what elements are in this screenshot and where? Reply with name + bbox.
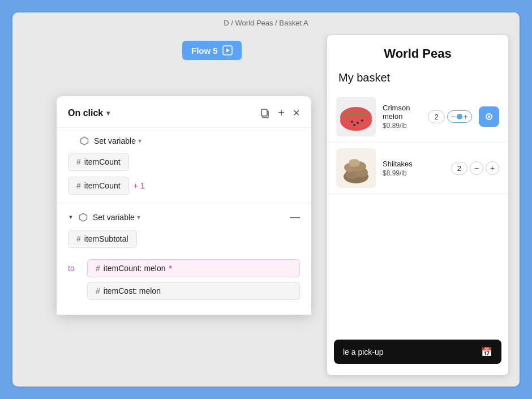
- section-1-title[interactable]: Set variable ▾: [94, 136, 141, 145]
- plus-btn-shiitake[interactable]: +: [486, 161, 499, 175]
- asterisk-1: *: [169, 264, 172, 273]
- minus-stepper-melon[interactable]: −: [451, 112, 456, 121]
- itemcount-chip-2[interactable]: # itemCount: [68, 177, 129, 195]
- hash-icon-1: #: [76, 157, 81, 166]
- product-row-watermelon: Crimson melon $0.89/lb 2 − +: [327, 91, 508, 143]
- content-card: World Peas My basket Cr: [327, 35, 508, 375]
- copy-button[interactable]: [260, 108, 270, 118]
- schedule-bar[interactable]: le a pick-up 📅: [334, 340, 501, 364]
- product-name-melon: Crimson melon: [383, 104, 421, 121]
- itemsubtotal-chip[interactable]: # itemSubtotal: [68, 230, 137, 248]
- svg-point-7: [361, 119, 363, 122]
- product-price-shiitake: $8.99/lb: [383, 169, 444, 177]
- blue-connector-box: [479, 106, 499, 127]
- section-2-title[interactable]: Set variable ▾: [93, 213, 140, 222]
- header-actions: + ✕: [260, 106, 300, 119]
- to-item-1: itemCount: melon: [104, 264, 166, 273]
- add-icon: +: [278, 106, 285, 119]
- product-name-shiitake: Shiitakes: [383, 160, 444, 168]
- product-image-shiitake: [336, 148, 376, 188]
- itemcount-melon-chip[interactable]: # itemCount: melon *: [87, 259, 300, 277]
- section-1-value-row: # itemCount + 1: [68, 177, 300, 195]
- svg-point-17: [349, 159, 360, 167]
- card-header: World Peas: [327, 35, 508, 67]
- hash-icon-2: #: [76, 181, 81, 190]
- breadcrumb-bar: D / World Peas / Basket A: [12, 12, 520, 33]
- section-1: Set variable ▾ # itemCount # itemCount +…: [57, 128, 311, 203]
- close-button[interactable]: ✕: [293, 108, 300, 118]
- hexagon-icon-1: [79, 136, 89, 146]
- itemcost-melon-chip[interactable]: # itemCost: melon: [87, 282, 300, 300]
- plus-one-label: + 1: [134, 181, 145, 190]
- add-button[interactable]: +: [278, 106, 285, 119]
- quantity-control-shiitake: 2 − +: [451, 161, 499, 175]
- trigger-label[interactable]: On click ▾: [68, 108, 110, 118]
- breadcrumb-text: D / World Peas / Basket A: [224, 19, 308, 27]
- section-2: ▼ Set variable ▾ — # itemSubtotal: [57, 203, 311, 259]
- qty-badge-shiitake: 2: [451, 162, 467, 175]
- section-2-var-chip: # itemSubtotal: [68, 230, 300, 254]
- basket-title: My basket: [327, 67, 508, 91]
- svg-point-4: [340, 107, 372, 127]
- minus-btn-shiitake[interactable]: −: [470, 161, 483, 175]
- play-icon: [222, 45, 233, 55]
- trigger-label-text: On click: [68, 108, 103, 118]
- section-2-header: ▼ Set variable ▾ —: [68, 211, 300, 223]
- flow-button[interactable]: Flow 5: [182, 41, 242, 60]
- hash-icon-3: #: [76, 234, 81, 243]
- product-image-watermelon: [336, 97, 376, 136]
- itemcount-chip-1[interactable]: # itemCount: [68, 153, 129, 171]
- quantity-control-melon: 2 − +: [428, 106, 499, 127]
- svg-point-6: [357, 122, 359, 124]
- svg-point-8: [353, 124, 355, 126]
- section-1-header: Set variable ▾: [68, 136, 300, 146]
- var-name-subtotal: itemSubtotal: [84, 234, 128, 243]
- section-2-minus-btn[interactable]: —: [290, 211, 300, 223]
- to-row: to # itemCount: melon * # itemCost: melo…: [57, 259, 311, 315]
- product-info-watermelon: Crimson melon $0.89/lb: [383, 104, 421, 130]
- to-content: # itemCount: melon * # itemCost: melon: [87, 259, 300, 306]
- hash-icon-5: #: [96, 286, 100, 295]
- action-panel: On click ▾ + ✕: [57, 96, 311, 315]
- panel-header: On click ▾ + ✕: [57, 96, 311, 128]
- svg-point-5: [351, 121, 353, 123]
- collapse-arrow[interactable]: ▼: [68, 214, 74, 220]
- flow-button-label: Flow 5: [191, 46, 218, 55]
- section-1-var-chip: # itemCount: [68, 153, 300, 177]
- product-info-shiitake: Shiitakes $8.99/lb: [383, 160, 444, 177]
- close-icon: ✕: [293, 108, 300, 118]
- to-item-2: itemCost: melon: [104, 286, 161, 295]
- var-name-1: itemCount: [84, 157, 121, 166]
- svg-rect-19: [261, 109, 267, 116]
- card-title: World Peas: [338, 46, 497, 61]
- product-row-shiitake: Shiitakes $8.99/lb 2 − +: [327, 143, 508, 194]
- schedule-label: le a pick-up: [343, 347, 384, 357]
- calendar-icon: 📅: [481, 346, 492, 357]
- var-name-2: itemCount: [84, 181, 121, 190]
- section-2-chevron: ▾: [137, 213, 140, 221]
- qty-badge-melon: 2: [428, 110, 444, 123]
- svg-point-10: [488, 115, 490, 118]
- copy-icon: [260, 108, 270, 118]
- to-label: to: [68, 259, 81, 273]
- plus-stepper-melon[interactable]: +: [464, 112, 468, 121]
- trigger-chevron: ▾: [106, 109, 110, 117]
- product-price-melon: $0.89/lb: [383, 122, 421, 130]
- svg-marker-1: [226, 49, 230, 53]
- section-1-chevron: ▾: [138, 137, 141, 145]
- outer-frame: D / World Peas / Basket A Flow 5 World P…: [11, 11, 521, 388]
- hexagon-icon-2: [78, 212, 88, 222]
- stepper-indicator: [457, 114, 462, 119]
- hash-icon-4: #: [96, 264, 100, 273]
